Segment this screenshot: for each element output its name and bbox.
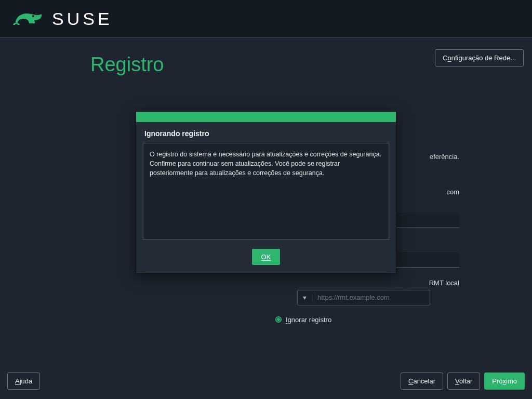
next-button[interactable]: Próximo [484,373,525,390]
skip-option-label[interactable]: gnorar registro [288,316,332,324]
brand-logo: SUSE [12,9,113,29]
ok-button[interactable]: OK [252,249,281,265]
network-config-button[interactable]: Configuração de Rede... [435,49,524,66]
dialog-accent-bar [136,112,396,122]
radio-skip-icon[interactable] [275,316,282,323]
page-title: Registro [90,54,164,76]
rmt-url-combo[interactable]: ▼ https://rmt.example.com [297,290,430,305]
wizard-footer: Ajuda Cancelar Voltar Próximo [0,363,532,399]
help-button[interactable]: Ajuda [7,373,40,390]
chameleon-icon [12,9,45,28]
dialog-text-box: O registro do sistema é necessário para … [143,143,389,240]
cancel-button[interactable]: Cancelar [401,373,443,390]
brand-name: SUSE [52,9,113,29]
skip-registration-dialog: Ignorando registro O registro do sistema… [136,111,396,274]
svg-point-0 [32,15,34,17]
dialog-body-text: O registro do sistema é necessário para … [150,150,382,178]
back-button[interactable]: Voltar [447,373,480,390]
chevron-down-icon: ▼ [298,295,312,301]
scc-option-tail: com [446,188,459,196]
header-bar: SUSE [0,0,532,38]
rmt-option-tail: RMT local [429,279,459,287]
dialog-title: Ignorando registro [136,122,396,143]
rmt-url-placeholder: https://rmt.example.com [312,294,430,301]
